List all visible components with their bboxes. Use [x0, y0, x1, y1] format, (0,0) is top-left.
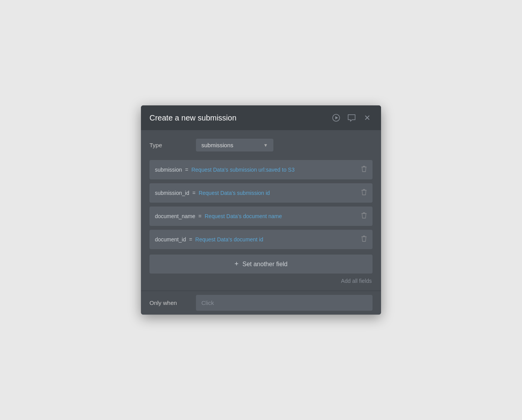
comment-icon[interactable] — [346, 112, 357, 123]
field-row-content: submission_id = Request Data's submissio… — [155, 190, 357, 196]
type-dropdown-value: submissions — [201, 142, 234, 148]
type-dropdown[interactable]: submissions ▼ — [196, 139, 273, 151]
modal-body: Type submissions ▼ submission = Request … — [141, 130, 381, 284]
field-name: document_name — [155, 213, 195, 219]
add-field-button[interactable]: + Set another field — [149, 255, 373, 274]
field-rows: submission = Request Data's submission u… — [149, 160, 373, 249]
table-row: submission = Request Data's submission u… — [149, 160, 373, 179]
field-value: Request Data's submission url:saved to S… — [191, 167, 294, 173]
delete-field-button[interactable] — [361, 235, 367, 244]
only-when-label: Only when — [149, 293, 196, 313]
delete-field-button[interactable] — [361, 212, 367, 220]
type-label: Type — [149, 142, 196, 148]
only-when-click-area[interactable]: Click — [196, 295, 373, 311]
chevron-down-icon: ▼ — [263, 143, 268, 148]
field-value: Request Data's document id — [195, 236, 263, 243]
create-submission-modal: Create a new submission ✕ Type submissio… — [141, 105, 381, 315]
modal-footer: Only when Click — [141, 291, 381, 315]
add-all-fields-button[interactable]: Add all fields — [341, 278, 372, 284]
delete-field-button[interactable] — [361, 189, 367, 197]
type-row: Type submissions ▼ — [149, 139, 373, 151]
field-row-content: document_id = Request Data's document id — [155, 236, 357, 243]
field-value: Request Data's document name — [204, 213, 282, 219]
add-all-fields-row: Add all fields — [149, 277, 373, 284]
close-icon[interactable]: ✕ — [362, 112, 373, 123]
svg-marker-1 — [335, 116, 338, 119]
modal-header: Create a new submission ✕ — [141, 105, 381, 130]
field-equals: = — [198, 213, 201, 219]
add-field-label: Set another field — [242, 261, 288, 268]
field-equals: = — [185, 167, 188, 173]
field-name: submission — [155, 167, 182, 173]
modal-title: Create a new submission — [149, 114, 237, 122]
header-icons: ✕ — [331, 112, 373, 123]
table-row: document_id = Request Data's document id — [149, 230, 373, 249]
field-equals: = — [192, 190, 196, 196]
delete-field-button[interactable] — [361, 165, 367, 174]
plus-icon: + — [234, 260, 239, 268]
only-when-row: Only when Click — [141, 291, 381, 315]
field-row-content: document_name = Request Data's document … — [155, 213, 357, 219]
play-icon[interactable] — [331, 112, 342, 123]
field-row-content: submission = Request Data's submission u… — [155, 167, 357, 173]
field-value: Request Data's submission id — [199, 190, 270, 196]
field-name: submission_id — [155, 190, 189, 196]
field-equals: = — [189, 236, 192, 243]
table-row: document_name = Request Data's document … — [149, 207, 373, 226]
table-row: submission_id = Request Data's submissio… — [149, 183, 373, 203]
field-name: document_id — [155, 236, 186, 243]
